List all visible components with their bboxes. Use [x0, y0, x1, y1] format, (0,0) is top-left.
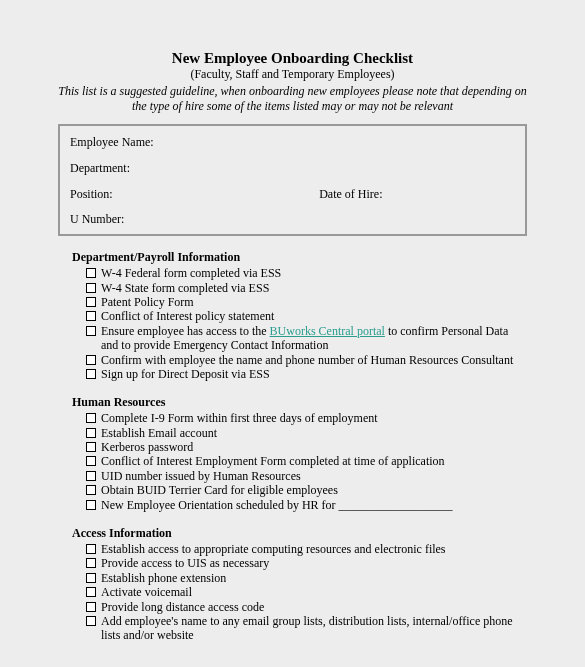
checklist-item: Add employee's name to any email group l… [101, 614, 527, 643]
date-of-hire-field: Date of Hire: [319, 186, 382, 203]
checkbox[interactable] [86, 616, 96, 626]
section-title: Human Resources [72, 395, 527, 410]
u-number-field: U Number: [70, 211, 515, 228]
employee-name-field: Employee Name: [70, 134, 515, 151]
checklist-item: Complete I-9 Form within first three day… [101, 411, 527, 425]
checklist-item: Establish phone extension [101, 571, 527, 585]
checkbox[interactable] [86, 413, 96, 423]
checklist-item: W-4 Federal form completed via ESS [101, 266, 527, 280]
checklist-item: Establish access to appropriate computin… [101, 542, 527, 556]
checklist-item: Provide access to UIS as necessary [101, 556, 527, 570]
position-field: Position: [70, 186, 319, 203]
checklist-item: Ensure employee has access to the BUwork… [101, 324, 527, 353]
section-access: Access Information Establish access to a… [58, 526, 527, 643]
checklist-item: Activate voicemail [101, 585, 527, 599]
checkbox[interactable] [86, 326, 96, 336]
document-header: New Employee Onboarding Checklist (Facul… [58, 50, 527, 114]
document-subtitle: (Faculty, Staff and Temporary Employees) [58, 67, 527, 82]
checkbox[interactable] [86, 558, 96, 568]
checkbox[interactable] [86, 268, 96, 278]
checkbox[interactable] [86, 587, 96, 597]
checklist-item: New Employee Orientation scheduled by HR… [101, 498, 527, 512]
checkbox[interactable] [86, 544, 96, 554]
checkbox[interactable] [86, 471, 96, 481]
checkbox[interactable] [86, 283, 96, 293]
checkbox[interactable] [86, 297, 96, 307]
checkbox[interactable] [86, 485, 96, 495]
document-note: This list is a suggested guideline, when… [58, 84, 527, 114]
checkbox[interactable] [86, 355, 96, 365]
checkbox[interactable] [86, 369, 96, 379]
checklist-item: Patent Policy Form [101, 295, 527, 309]
checklist-item: Kerberos password [101, 440, 527, 454]
checkbox[interactable] [86, 311, 96, 321]
checklist-item: Establish Email account [101, 426, 527, 440]
employee-info-box: Employee Name: Department: Position: Dat… [58, 124, 527, 236]
checklist-item: Sign up for Direct Deposit via ESS [101, 367, 527, 381]
checklist-item: UID number issued by Human Resources [101, 469, 527, 483]
checklist-item: W-4 State form completed via ESS [101, 281, 527, 295]
checklist-item: Confirm with employee the name and phone… [101, 353, 527, 367]
checklist-item: Conflict of Interest policy statement [101, 309, 527, 323]
section-dept-payroll: Department/Payroll Information W-4 Feder… [58, 250, 527, 381]
checkbox[interactable] [86, 573, 96, 583]
checkbox[interactable] [86, 428, 96, 438]
checklist-item: Conflict of Interest Employment Form com… [101, 454, 527, 468]
section-title: Access Information [72, 526, 527, 541]
checkbox[interactable] [86, 442, 96, 452]
department-field: Department: [70, 160, 515, 177]
checklist-item: Provide long distance access code [101, 600, 527, 614]
checkbox[interactable] [86, 602, 96, 612]
checklist-item: Obtain BUID Terrier Card for eligible em… [101, 483, 527, 497]
checkbox[interactable] [86, 456, 96, 466]
document-title: New Employee Onboarding Checklist [58, 50, 527, 67]
section-title: Department/Payroll Information [72, 250, 527, 265]
buworks-link[interactable]: BUworks Central portal [270, 324, 385, 338]
checkbox[interactable] [86, 500, 96, 510]
section-hr: Human Resources Complete I-9 Form within… [58, 395, 527, 512]
